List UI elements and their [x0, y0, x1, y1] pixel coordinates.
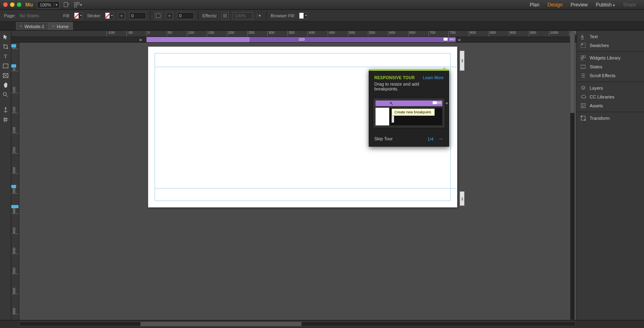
text-tool-icon[interactable]: T: [1, 52, 10, 60]
effects-toggle[interactable]: [221, 12, 229, 19]
panel-text[interactable]: A̲Text: [577, 32, 644, 41]
nav-plan[interactable]: Plan: [530, 2, 539, 8]
hand-tool-icon[interactable]: [1, 81, 10, 89]
panel-assets[interactable]: Assets: [577, 101, 644, 110]
vertical-scrollbar[interactable]: [570, 32, 575, 320]
ruler-tick: -50: [126, 31, 133, 37]
guide-marker[interactable]: [11, 185, 19, 188]
panel-widgets[interactable]: Widgets Library: [577, 53, 644, 62]
right-panel: A̲Text Swatches Widgets Library States S…: [576, 31, 644, 320]
close-icon[interactable]: ×: [20, 24, 22, 29]
opacity-input[interactable]: 0: [177, 12, 194, 19]
close-window-button[interactable]: [3, 2, 8, 7]
cursor-icon: ↖: [390, 101, 393, 106]
panel-scroll-effects[interactable]: Scroll Effects: [577, 71, 644, 80]
guide-marker[interactable]: [11, 44, 19, 47]
tool-strip: T: [0, 31, 11, 320]
grid-tool-icon[interactable]: [1, 116, 10, 124]
nav-design[interactable]: Design: [547, 2, 562, 8]
zoom-tool-icon[interactable]: [1, 91, 10, 99]
ruler-tick: 0: [147, 31, 150, 37]
fill-swatch[interactable]: ▾: [74, 12, 83, 19]
zoom-window-button[interactable]: [17, 2, 21, 7]
horizontal-guide[interactable]: [155, 188, 457, 189]
page-state-value[interactable]: No States: [20, 13, 39, 18]
svg-rect-17: [581, 104, 586, 108]
svg-rect-10: [444, 38, 448, 41]
breakpoint-range-active[interactable]: [250, 37, 456, 42]
tab-website[interactable]: ×Website-1: [16, 22, 49, 30]
learn-more-link[interactable]: Learn More: [423, 76, 444, 80]
panel-cc-libraries[interactable]: CC Libraries: [577, 92, 644, 101]
states-icon: [581, 64, 586, 69]
browser-fill-label: Browser Fill:: [271, 13, 295, 18]
window-controls: [3, 2, 21, 7]
widgets-icon: [581, 55, 586, 60]
anchor-tool-icon[interactable]: [1, 106, 10, 114]
page-resize-handle[interactable]: [460, 191, 464, 206]
chevron-down-icon[interactable]: ▾: [257, 14, 262, 18]
nav-preview[interactable]: Preview: [571, 2, 588, 8]
ruler-tick: 250: [247, 31, 254, 37]
panel-layers[interactable]: Layers: [577, 84, 644, 92]
tour-preview: ↖ 960 « Create new breakpoint.: [373, 98, 445, 128]
minimize-window-button[interactable]: [10, 2, 14, 7]
guide-marker[interactable]: [11, 64, 19, 68]
layers-icon: [581, 86, 586, 90]
effects-opacity-input[interactable]: 100%: [233, 12, 253, 19]
corner-radius-icon[interactable]: [155, 12, 162, 19]
tour-title: RESPONSIVE TOUR: [374, 76, 415, 80]
crop-tool-icon[interactable]: [1, 43, 10, 51]
ruler-tick: 450: [11, 228, 19, 234]
ruler-tick: 650: [408, 31, 415, 37]
ruler-tick: 450: [328, 31, 335, 37]
horizontal-scrollbar[interactable]: [19, 322, 576, 326]
horizontal-guide[interactable]: [155, 67, 457, 67]
page-resize-handle[interactable]: [460, 51, 464, 71]
skip-tour-button[interactable]: Skip Tour: [374, 136, 393, 141]
close-icon[interactable]: ×: [52, 24, 54, 29]
stroke-swatch[interactable]: ▾: [105, 12, 114, 19]
ruler-tick: 500: [348, 31, 355, 37]
transform-icon: [581, 116, 586, 121]
frame-tool-icon[interactable]: [1, 72, 10, 80]
svg-rect-5: [223, 14, 227, 18]
selection-tool-icon[interactable]: [1, 33, 10, 41]
stroke-label: Stroke:: [87, 13, 101, 18]
design-canvas[interactable]: [19, 43, 644, 320]
ruler-tick: 100: [187, 31, 194, 37]
scrollbar-thumb[interactable]: [570, 33, 574, 113]
panel-transform[interactable]: Transform: [577, 114, 644, 123]
rectangle-tool-icon[interactable]: [1, 62, 10, 70]
stroke-weight-input[interactable]: 0: [129, 12, 146, 19]
ruler-tick: 850: [489, 31, 496, 37]
opacity-decrement-button[interactable]: ÷: [166, 12, 173, 19]
chevron-right-icon[interactable]: »: [139, 37, 142, 42]
panel-states[interactable]: States: [577, 62, 644, 71]
separator: [577, 112, 644, 112]
guide-marker[interactable]: [11, 205, 19, 208]
ruler-tick: 600: [388, 31, 395, 37]
tab-home[interactable]: ×Home: [48, 22, 73, 30]
nav-share: Share: [623, 2, 636, 8]
chevron-left-icon[interactable]: «: [458, 37, 461, 42]
browser-fill-swatch[interactable]: ▾: [299, 12, 308, 19]
main-nav: Plan Design Preview Publish ▾ Share: [530, 2, 641, 8]
zoom-level-dropdown[interactable]: 100% ▾: [37, 1, 60, 8]
chevron-down-icon[interactable]: ▾: [78, 3, 84, 7]
nav-publish[interactable]: Publish ▾: [596, 2, 615, 8]
breakpoint-range[interactable]: [147, 37, 250, 42]
stroke-decrement-button[interactable]: ÷: [118, 12, 125, 19]
svg-rect-12: [582, 44, 583, 45]
device-icon: [444, 38, 448, 41]
vertical-ruler[interactable]: 050100150200250300350400450500550600650: [11, 43, 19, 320]
next-step-button[interactable]: →: [438, 135, 444, 142]
horizontal-ruler[interactable]: -100-50050100150200250300350400450500550…: [11, 31, 644, 37]
svg-point-18: [582, 105, 583, 105]
scrollbar-thumb[interactable]: [140, 322, 301, 326]
new-page-icon[interactable]: [63, 1, 70, 8]
breakpoint-bar[interactable]: » 320 960 «: [11, 37, 644, 43]
swatches-icon: [581, 43, 586, 48]
ruler-tick: 800: [469, 31, 476, 37]
panel-swatches[interactable]: Swatches: [577, 41, 644, 50]
